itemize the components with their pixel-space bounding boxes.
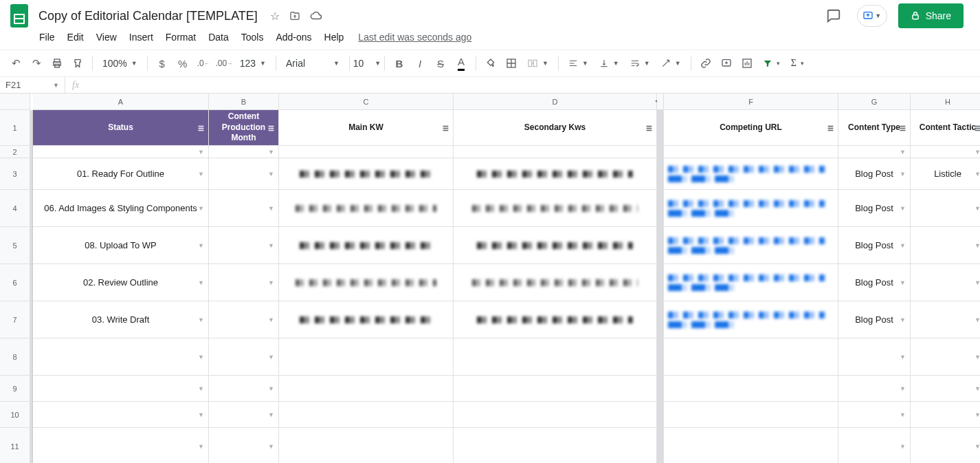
row-header[interactable]: 4 bbox=[0, 190, 30, 227]
menu-tools[interactable]: Tools bbox=[235, 29, 270, 45]
dropdown-caret-icon[interactable]: ▼ bbox=[900, 171, 906, 177]
dropdown-caret-icon[interactable]: ▼ bbox=[900, 279, 906, 286]
cell[interactable]: ▼ bbox=[209, 428, 279, 463]
cell[interactable] bbox=[454, 402, 657, 428]
dropdown-caret-icon[interactable]: ▼ bbox=[268, 443, 274, 450]
dropdown-caret-icon[interactable]: ▼ bbox=[975, 411, 980, 418]
cell[interactable] bbox=[279, 301, 454, 338]
filter-button[interactable]: ▾ bbox=[759, 54, 784, 72]
cell[interactable] bbox=[664, 158, 838, 190]
cell[interactable] bbox=[279, 428, 454, 463]
cell[interactable] bbox=[454, 428, 657, 463]
cell[interactable] bbox=[454, 376, 657, 402]
dropdown-caret-icon[interactable]: ▼ bbox=[198, 171, 204, 177]
cell[interactable] bbox=[664, 376, 838, 402]
row-header[interactable]: 8 bbox=[0, 338, 30, 376]
cell[interactable]: Blog Post▼ bbox=[838, 264, 911, 301]
menu-data[interactable]: Data bbox=[202, 29, 235, 45]
cell[interactable]: 03. Write Draft▼ bbox=[33, 301, 209, 338]
cell[interactable]: ▼ bbox=[911, 376, 980, 402]
cell[interactable]: ▼ bbox=[209, 146, 279, 158]
increase-decimal-button[interactable]: .00→ bbox=[215, 54, 233, 72]
dropdown-caret-icon[interactable]: ▼ bbox=[198, 279, 204, 286]
row-header[interactable]: 6 bbox=[0, 264, 30, 301]
filter-icon[interactable]: ☰ bbox=[198, 123, 204, 132]
cell[interactable] bbox=[279, 376, 454, 402]
print-button[interactable] bbox=[48, 54, 66, 72]
format-currency-button[interactable]: $ bbox=[153, 54, 171, 72]
merge-cells-dropdown[interactable]: ▼ bbox=[523, 54, 553, 72]
text-rotation-dropdown[interactable]: ▼ bbox=[657, 54, 685, 72]
dropdown-caret-icon[interactable]: ▼ bbox=[900, 316, 906, 323]
redo-button[interactable]: ↷ bbox=[27, 54, 45, 72]
more-formats-dropdown[interactable]: 123▼ bbox=[236, 54, 270, 72]
cell[interactable] bbox=[454, 264, 657, 301]
cell[interactable] bbox=[664, 190, 838, 227]
filter-icon[interactable]: ☰ bbox=[975, 123, 980, 132]
cell[interactable]: ▼ bbox=[838, 376, 911, 402]
cell[interactable]: ▼ bbox=[209, 376, 279, 402]
cell[interactable]: Listicle▼ bbox=[911, 158, 980, 190]
format-percent-button[interactable]: % bbox=[174, 54, 192, 72]
move-icon[interactable] bbox=[289, 10, 300, 21]
filter-icon[interactable]: ☰ bbox=[268, 123, 274, 132]
cell[interactable] bbox=[454, 146, 657, 158]
cell[interactable] bbox=[279, 402, 454, 428]
dropdown-caret-icon[interactable]: ▼ bbox=[268, 385, 274, 392]
dropdown-caret-icon[interactable]: ▼ bbox=[198, 205, 204, 212]
cell[interactable] bbox=[279, 227, 454, 264]
star-icon[interactable]: ☆ bbox=[270, 10, 280, 23]
cell[interactable] bbox=[454, 338, 657, 376]
cell[interactable]: ▼ bbox=[33, 146, 209, 158]
cell[interactable] bbox=[664, 402, 838, 428]
cell[interactable]: ▼ bbox=[911, 338, 980, 376]
cell[interactable] bbox=[664, 338, 838, 376]
dropdown-caret-icon[interactable]: ▼ bbox=[198, 316, 204, 323]
cell[interactable]: ▼ bbox=[209, 227, 279, 264]
dropdown-caret-icon[interactable]: ▼ bbox=[268, 354, 274, 360]
table-header-B[interactable]: Content Production Month☰ bbox=[209, 110, 279, 146]
column-header-F[interactable]: F bbox=[664, 94, 838, 110]
menu-help[interactable]: Help bbox=[318, 29, 350, 45]
cloud-status-icon[interactable] bbox=[310, 10, 322, 22]
document-title[interactable]: Copy of Editorial Calendar [TEMPLATE] bbox=[34, 8, 262, 25]
cell[interactable] bbox=[454, 158, 657, 190]
cell[interactable]: ▼ bbox=[209, 338, 279, 376]
dropdown-caret-icon[interactable]: ▼ bbox=[268, 149, 274, 155]
table-header-F[interactable]: Competing URL☰ bbox=[664, 110, 838, 146]
filter-icon[interactable]: ☰ bbox=[900, 123, 906, 132]
dropdown-caret-icon[interactable]: ▼ bbox=[268, 205, 274, 212]
cell[interactable] bbox=[664, 227, 838, 264]
zoom-dropdown[interactable]: 100%▼ bbox=[98, 54, 142, 72]
cell[interactable]: ▼ bbox=[911, 428, 980, 463]
cell[interactable] bbox=[279, 158, 454, 190]
font-size-dropdown[interactable]: 10▼ bbox=[355, 54, 379, 72]
filter-icon[interactable]: ☰ bbox=[443, 123, 449, 132]
insert-chart-button[interactable] bbox=[738, 54, 756, 72]
row-header[interactable]: 2 bbox=[0, 146, 30, 158]
row-header[interactable]: 3 bbox=[0, 158, 30, 190]
dropdown-caret-icon[interactable]: ▼ bbox=[975, 242, 980, 249]
cell[interactable]: Blog Post▼ bbox=[838, 190, 911, 227]
font-family-dropdown[interactable]: Arial▼ bbox=[282, 54, 344, 72]
open-comments-button[interactable] bbox=[821, 3, 846, 28]
cell[interactable]: ▼ bbox=[911, 301, 980, 338]
cell[interactable]: ▼ bbox=[911, 146, 980, 158]
dropdown-caret-icon[interactable]: ▼ bbox=[900, 443, 906, 450]
dropdown-caret-icon[interactable]: ▼ bbox=[975, 279, 980, 286]
cell[interactable]: ▼ bbox=[911, 227, 980, 264]
menu-insert[interactable]: Insert bbox=[123, 29, 159, 45]
bold-button[interactable]: B bbox=[390, 54, 408, 72]
cell[interactable]: ▼ bbox=[209, 264, 279, 301]
text-color-button[interactable]: A bbox=[452, 54, 470, 72]
cell[interactable]: 02. Review Outline▼ bbox=[33, 264, 209, 301]
table-header-A[interactable]: Status☰ bbox=[33, 110, 209, 146]
dropdown-caret-icon[interactable]: ▼ bbox=[900, 354, 906, 360]
dropdown-caret-icon[interactable]: ▼ bbox=[975, 354, 980, 360]
cell[interactable]: ▼ bbox=[33, 338, 209, 376]
cell[interactable] bbox=[664, 146, 838, 158]
sheets-logo[interactable] bbox=[5, 2, 33, 30]
dropdown-caret-icon[interactable]: ▼ bbox=[900, 385, 906, 392]
column-header-H[interactable]: H bbox=[911, 94, 980, 110]
dropdown-caret-icon[interactable]: ▼ bbox=[975, 385, 980, 392]
